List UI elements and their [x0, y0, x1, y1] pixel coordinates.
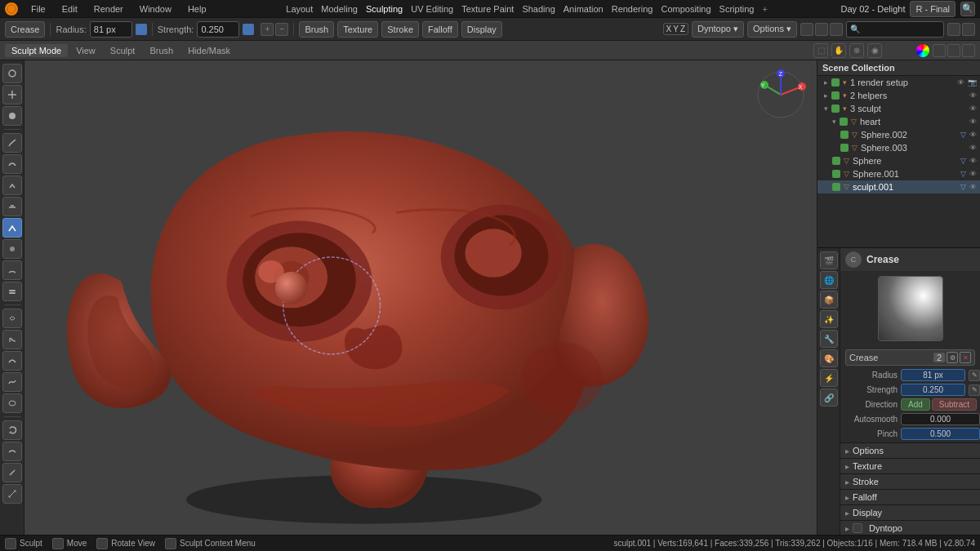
tool-snake[interactable] [2, 372, 22, 392]
visibility-check5[interactable] [840, 131, 849, 139]
tool-move[interactable] [2, 85, 22, 104]
collection-sphere[interactable]: ▽ Sphere ▽ 👁 [817, 154, 980, 167]
tool-thumb[interactable] [2, 351, 22, 371]
vp-icon-2[interactable]: ✋ [831, 43, 846, 58]
direction-add-btn[interactable]: Add [901, 398, 930, 411]
collection-sculpt001[interactable]: ▽ sculpt.001 ▽ 👁 [817, 180, 980, 193]
visibility-check8[interactable] [832, 170, 840, 178]
options-btn[interactable]: Options ▾ [747, 21, 797, 38]
tool-crease[interactable] [2, 218, 22, 238]
visibility-check2[interactable] [831, 91, 840, 100]
collection-heart[interactable]: ▾ ▽ heart 👁 [817, 115, 980, 128]
sculpt-mode-icon[interactable] [5, 538, 16, 549]
rotate-icon[interactable] [96, 538, 108, 549]
zoom-out-btn[interactable] [962, 23, 975, 36]
tool-flatten[interactable] [2, 197, 22, 216]
menu-render[interactable]: Render [91, 4, 127, 14]
collection-sphere001[interactable]: ▽ Sphere.001 ▽ 👁 [817, 167, 980, 180]
prop-world-icon[interactable]: 🌐 [820, 271, 838, 289]
collection-render-setup[interactable]: ▸ ▾ 1 render setup 👁 📷 [817, 76, 980, 89]
vp-icon-1[interactable]: ⬚ [813, 43, 828, 58]
minus-btn[interactable]: − [275, 23, 288, 36]
tool-grab[interactable] [2, 330, 22, 349]
falloff-header[interactable]: ▸ Falloff [840, 490, 980, 504]
viewport-btn1[interactable] [800, 23, 813, 36]
color-wheel[interactable] [916, 44, 929, 57]
tool-draw[interactable] [2, 133, 22, 153]
search-btn[interactable]: 🔍 [960, 2, 975, 16]
gizmo-btn[interactable] [962, 44, 975, 57]
brush-crease-btn[interactable]: Crease [5, 21, 45, 38]
direction-sub-btn[interactable]: Subtract [932, 398, 977, 411]
autosmooth-value[interactable]: 0.000 [901, 413, 980, 425]
sculpt-tab[interactable]: Sculpt [104, 44, 142, 57]
viewport-shading-btn[interactable] [947, 44, 960, 57]
search-bar[interactable]: 🔍 [846, 21, 944, 38]
move-icon[interactable] [52, 538, 64, 549]
visibility-check9[interactable] [832, 183, 840, 191]
tool-mask[interactable] [2, 309, 22, 328]
view-tab[interactable]: View [69, 44, 102, 57]
texture-header[interactable]: ▸ Texture [840, 459, 980, 473]
visibility-check[interactable] [831, 78, 840, 87]
hide-mask-tab[interactable]: Hide/Mask [181, 44, 237, 57]
sculpt-mode-tab[interactable]: Sculpt Mode [5, 44, 68, 57]
display-dropdown[interactable]: Display [461, 21, 502, 38]
radius-value[interactable]: 81 px [901, 369, 965, 381]
tab-texture-paint[interactable]: Texture Paint [458, 4, 517, 14]
collection-helpers[interactable]: ▸ ▾ 2 helpers 👁 [817, 89, 980, 102]
tool-clay-strips[interactable] [2, 282, 22, 301]
menu-file[interactable]: File [28, 4, 49, 14]
tool-blob[interactable] [2, 239, 22, 259]
pinch-value[interactable]: 0.500 [901, 428, 980, 440]
add-btn[interactable]: + [261, 23, 274, 36]
tab-compositing[interactable]: Compositing [657, 4, 714, 14]
strength-toggle[interactable] [243, 24, 254, 35]
brush-dropdown[interactable]: Brush [299, 21, 334, 38]
active-brush-row[interactable]: Crease 2 ⚙ ✕ [845, 349, 975, 366]
menu-help[interactable]: Help [185, 4, 210, 14]
tool-rotate[interactable] [2, 420, 22, 440]
viewport-btn3[interactable] [830, 23, 843, 36]
tab-rendering[interactable]: Rendering [608, 4, 657, 14]
radius-input[interactable] [90, 21, 132, 38]
collection-sphere002[interactable]: ▽ Sphere.002 ▽ 👁 [817, 128, 980, 141]
brush-tab[interactable]: Brush [143, 44, 180, 57]
tool-1[interactable] [2, 106, 22, 126]
tab-shading[interactable]: Shading [519, 4, 558, 14]
tool-select[interactable] [2, 64, 22, 83]
render-engine-btn[interactable]: R - Final [910, 1, 956, 17]
dyntopo-check[interactable] [853, 523, 862, 533]
visibility-check6[interactable] [840, 144, 849, 152]
tab-sculpting[interactable]: Sculpting [363, 4, 406, 14]
strength-input[interactable] [197, 21, 239, 38]
vp-icon-4[interactable]: ◉ [867, 43, 882, 58]
overlay-btn[interactable] [933, 44, 946, 57]
tool-smooth[interactable] [2, 154, 22, 174]
texture-dropdown[interactable]: Texture [337, 21, 378, 38]
tab-layout[interactable]: Layout [283, 4, 316, 14]
tool-clay[interactable] [2, 260, 22, 280]
prop-physics-icon[interactable]: ⚡ [820, 369, 838, 387]
stroke-dropdown[interactable]: Stroke [381, 21, 419, 38]
prop-scene-icon[interactable]: 🎬 [820, 251, 838, 269]
visibility-check3[interactable] [831, 104, 840, 113]
dyntopo-btn[interactable]: Dyntopo ▾ [692, 21, 744, 38]
stroke-header[interactable]: ▸ Stroke [840, 474, 980, 489]
viewport[interactable]: X Y Z [24, 60, 817, 535]
zoom-in-btn[interactable] [947, 23, 960, 36]
tool-pinch[interactable] [2, 176, 22, 195]
prop-material-icon[interactable]: 🎨 [820, 349, 838, 367]
display-header[interactable]: ▸ Display [840, 505, 980, 520]
strength-value[interactable]: 0.250 [901, 384, 965, 396]
strength-edit-btn[interactable]: ✎ [969, 384, 980, 396]
tab-modeling[interactable]: Modeling [318, 4, 361, 14]
prop-data-icon[interactable]: 🔧 [820, 330, 838, 348]
tab-scripting[interactable]: Scripting [716, 4, 758, 14]
falloff-dropdown[interactable]: Falloff [422, 21, 458, 38]
menu-window[interactable]: Window [136, 4, 175, 14]
prop-constraint-icon[interactable]: 🔗 [820, 389, 838, 407]
tab-animation[interactable]: Animation [560, 4, 607, 14]
context-icon[interactable] [165, 538, 176, 549]
viewport-btn2[interactable] [815, 23, 828, 36]
